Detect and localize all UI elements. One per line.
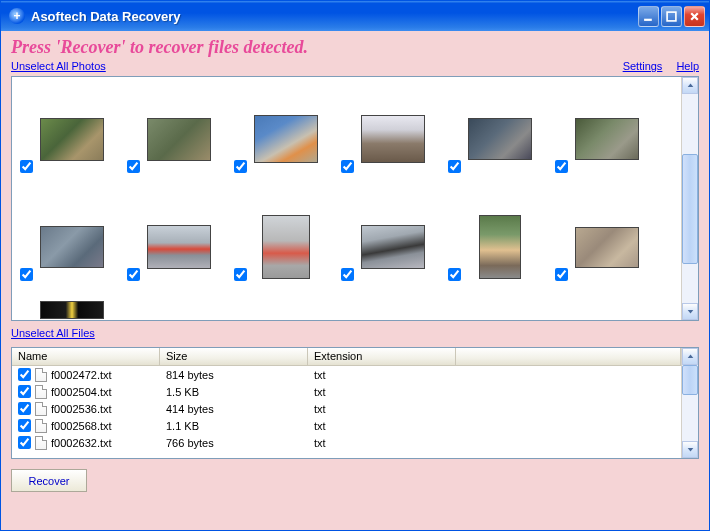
thumbnail-cell[interactable] <box>339 193 446 301</box>
col-header-extension[interactable]: Extension <box>308 348 456 365</box>
thumbnail-cell[interactable] <box>339 85 446 193</box>
thumbnail-image[interactable] <box>147 118 211 161</box>
cell-name: f0002632.txt <box>12 436 160 450</box>
thumbnail-image[interactable] <box>575 227 639 268</box>
thumbnail-checkbox[interactable] <box>555 268 568 281</box>
thumbnail-checkbox[interactable] <box>448 160 461 173</box>
instruction-text: Press 'Recover' to recover files detecte… <box>11 37 699 58</box>
close-button[interactable] <box>684 6 705 27</box>
thumbnail-cell[interactable] <box>125 85 232 193</box>
thumbnail-image[interactable] <box>361 115 425 163</box>
files-link-row: Unselect All Files <box>11 327 699 339</box>
files-table-header: Name Size Extension <box>12 348 681 366</box>
thumbnail-checkbox[interactable] <box>20 268 33 281</box>
col-header-name[interactable]: Name <box>12 348 160 365</box>
thumbnail-checkbox[interactable] <box>127 160 140 173</box>
help-link[interactable]: Help <box>676 60 699 72</box>
cell-extension: txt <box>308 403 456 415</box>
cell-extension: txt <box>308 369 456 381</box>
thumbnail-cell[interactable] <box>553 85 660 193</box>
photos-grid <box>12 77 681 320</box>
file-icon <box>35 402 47 416</box>
cell-extension: txt <box>308 437 456 449</box>
thumbnail-checkbox[interactable] <box>341 268 354 281</box>
unselect-all-photos-link[interactable]: Unselect All Photos <box>11 60 106 72</box>
file-icon <box>35 419 47 433</box>
photos-link-row: Unselect All Photos Settings Help <box>11 60 699 72</box>
table-row[interactable]: f0002504.txt1.5 KBtxt <box>12 383 681 400</box>
app-icon: + <box>9 8 25 24</box>
app-window: + Asoftech Data Recovery Press 'Recover'… <box>0 0 710 531</box>
file-checkbox[interactable] <box>18 368 31 381</box>
scroll-up-button[interactable] <box>682 348 698 365</box>
thumbnail-cell[interactable] <box>446 85 553 193</box>
thumbnail-image[interactable] <box>40 118 104 161</box>
cell-name: f0002536.txt <box>12 402 160 416</box>
settings-link[interactable]: Settings <box>623 60 663 72</box>
thumbnail-cell[interactable] <box>232 85 339 193</box>
unselect-all-files-link[interactable]: Unselect All Files <box>11 327 95 339</box>
thumbnail-image[interactable] <box>40 301 104 319</box>
cell-size: 1.5 KB <box>160 386 308 398</box>
bottom-bar: Recover <box>11 469 699 492</box>
col-header-spacer <box>456 348 681 365</box>
thumbnail-cell[interactable] <box>18 301 125 320</box>
thumbnail-checkbox[interactable] <box>20 160 33 173</box>
table-row[interactable]: f0002472.txt814 bytestxt <box>12 366 681 383</box>
cell-extension: txt <box>308 386 456 398</box>
minimize-button[interactable] <box>638 6 659 27</box>
scroll-thumb[interactable] <box>682 154 698 264</box>
files-panel: Name Size Extension f0002472.txt814 byte… <box>11 347 699 459</box>
col-header-size[interactable]: Size <box>160 348 308 365</box>
file-checkbox[interactable] <box>18 385 31 398</box>
thumbnail-image[interactable] <box>254 115 318 163</box>
maximize-button[interactable] <box>661 6 682 27</box>
table-row[interactable]: f0002632.txt766 bytestxt <box>12 434 681 451</box>
cell-extension: txt <box>308 420 456 432</box>
recover-button[interactable]: Recover <box>11 469 87 492</box>
titlebar[interactable]: + Asoftech Data Recovery <box>1 1 709 31</box>
scroll-track[interactable] <box>682 94 698 303</box>
thumbnail-checkbox[interactable] <box>448 268 461 281</box>
file-checkbox[interactable] <box>18 419 31 432</box>
thumbnail-image[interactable] <box>468 118 532 160</box>
thumbnail-checkbox[interactable] <box>234 160 247 173</box>
thumbnail-cell[interactable] <box>18 193 125 301</box>
thumbnail-image[interactable] <box>147 225 211 269</box>
cell-size: 766 bytes <box>160 437 308 449</box>
scroll-track[interactable] <box>682 365 698 441</box>
scroll-up-button[interactable] <box>682 77 698 94</box>
svg-rect-1 <box>667 12 676 21</box>
cell-name: f0002504.txt <box>12 385 160 399</box>
thumbnail-cell[interactable] <box>232 193 339 301</box>
thumbnail-checkbox[interactable] <box>127 268 140 281</box>
photos-panel <box>11 76 699 321</box>
thumbnail-checkbox[interactable] <box>555 160 568 173</box>
thumbnail-image[interactable] <box>575 118 639 160</box>
scroll-down-button[interactable] <box>682 303 698 320</box>
thumbnail-image[interactable] <box>40 226 104 268</box>
file-icon <box>35 436 47 450</box>
thumbnail-cell[interactable] <box>125 193 232 301</box>
files-scrollbar[interactable] <box>681 348 698 458</box>
thumbnail-image[interactable] <box>479 215 521 279</box>
file-checkbox[interactable] <box>18 436 31 449</box>
thumbnail-cell[interactable] <box>18 85 125 193</box>
file-icon <box>35 385 47 399</box>
thumbnail-cell[interactable] <box>446 193 553 301</box>
photos-scrollbar[interactable] <box>681 77 698 320</box>
thumbnail-image[interactable] <box>262 215 310 279</box>
table-row[interactable]: f0002568.txt1.1 KBtxt <box>12 417 681 434</box>
file-icon <box>35 368 47 382</box>
cell-size: 1.1 KB <box>160 420 308 432</box>
thumbnail-cell[interactable] <box>553 193 660 301</box>
content-area: Press 'Recover' to recover files detecte… <box>1 31 709 530</box>
file-name: f0002632.txt <box>51 437 112 449</box>
scroll-down-button[interactable] <box>682 441 698 458</box>
file-checkbox[interactable] <box>18 402 31 415</box>
table-row[interactable]: f0002536.txt414 bytestxt <box>12 400 681 417</box>
thumbnail-image[interactable] <box>361 225 425 269</box>
thumbnail-checkbox[interactable] <box>341 160 354 173</box>
thumbnail-checkbox[interactable] <box>234 268 247 281</box>
scroll-thumb[interactable] <box>682 365 698 395</box>
